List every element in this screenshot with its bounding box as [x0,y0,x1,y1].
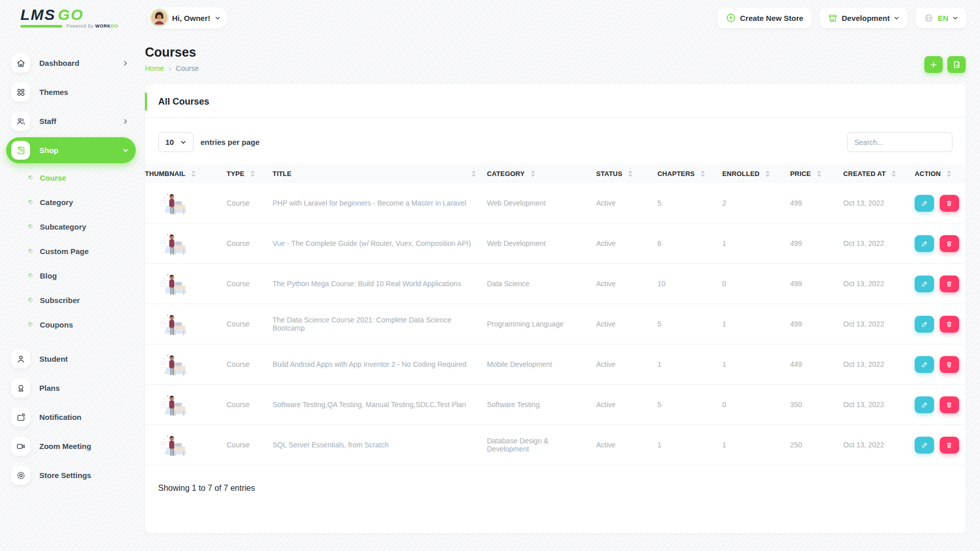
sidebar-item-plans[interactable]: Plans [6,375,136,401]
sort-icon[interactable] [766,170,770,177]
cell-type: Course [227,344,273,385]
trash-icon [945,441,953,449]
trash-icon [945,361,953,368]
cell-category: Software Testing [487,385,596,425]
cell-thumbnail [145,385,227,425]
search-input[interactable] [847,132,952,152]
edit-button[interactable] [915,316,934,333]
sidebar-item-store-settings[interactable]: Store Settings [6,462,136,488]
cell-type: Course [227,264,273,304]
sidebar-item-staff[interactable]: Staff [6,108,136,134]
column-header[interactable]: ENROLLED [722,164,790,183]
sort-icon[interactable] [817,170,821,177]
sidebar-subitem[interactable]: Custom Page [29,244,136,258]
course-thumbnail [158,392,192,417]
sidebar-subitem[interactable]: Course [29,170,136,185]
sidebar-item-student[interactable]: Student [6,346,136,372]
column-header[interactable]: CATEGORY [487,164,596,183]
cell-category: Database Design & Development [487,425,596,465]
column-header[interactable]: THUMBNAIL [145,164,227,183]
sidebar-subitem[interactable]: Coupons [29,317,136,332]
cell-status: Active [596,264,657,304]
column-header[interactable]: ACTION [915,164,966,183]
delete-button[interactable] [940,396,959,413]
sort-icon[interactable] [701,170,705,177]
create-store-button[interactable]: Create New Store [718,8,812,28]
bullet-icon [28,174,33,180]
trash-icon [945,199,953,207]
sort-icon[interactable] [191,170,195,177]
cell-status: Active [596,304,657,344]
column-header[interactable]: TITLE [273,164,487,183]
sidebar-item-zoom-meeting[interactable]: Zoom Meeting [6,433,136,459]
delete-button[interactable] [940,235,959,252]
cell-action [915,223,966,264]
cell-category: Data Science [487,264,596,304]
cell-title: Vue - The Complete Guide (w/ Router, Vue… [273,223,487,264]
card-title: All Courses [158,96,952,107]
sidebar: Dashboard Themes Staff Shop Course Categ… [0,36,145,551]
edit-button[interactable] [915,356,934,373]
sidebar-subitem[interactable]: Subscriber [29,293,136,307]
column-header[interactable]: CHAPTERS [657,164,722,183]
language-switcher[interactable]: EN [916,8,966,28]
delete-button[interactable] [940,437,959,454]
cell-price: 499 [790,183,843,223]
column-header[interactable]: PRICE [790,164,843,183]
store-icon [828,13,838,23]
user-menu[interactable]: Hi, Owner! [148,7,228,29]
cell-chapters: 5 [657,304,722,344]
cell-created-at: Oct 13, 2022 [843,223,915,264]
cell-enrolled: 1 [722,344,790,385]
sidebar-subitem[interactable]: Blog [29,268,136,283]
column-header[interactable]: STATUS [596,164,657,183]
top-header: LMSGO Powered By WORKDO Hi, Owner! Creat… [0,0,980,36]
edit-button[interactable] [915,195,934,212]
edit-button[interactable] [915,437,934,454]
sidebar-item-shop[interactable]: Shop [6,137,136,163]
add-course-button[interactable] [924,56,943,73]
table-row: Course Vue - The Complete Guide (w/ Rout… [145,223,966,264]
cell-status: Active [596,425,657,465]
sort-icon[interactable] [531,170,535,177]
sort-icon[interactable] [472,170,476,177]
brand-logo: LMSGO Powered By WORKDO [20,7,148,29]
sort-icon[interactable] [628,170,632,177]
table-row: Course Build Android Apps with App Inven… [145,344,966,385]
sidebar-subitem[interactable]: Category [29,195,136,209]
entries-per-page-select[interactable]: 10 [158,132,193,152]
sort-icon[interactable] [251,170,255,177]
edit-pencil-icon [921,280,928,288]
sort-icon[interactable] [892,170,896,177]
entries-per-page-label: entries per page [201,138,260,146]
trash-icon [945,320,953,328]
sidebar-subitem[interactable]: Subcategory [29,219,136,234]
breadcrumb-home-link[interactable]: Home [145,64,164,72]
store-switcher[interactable]: Development [820,8,908,28]
plus-circle-icon [726,13,736,23]
edit-button[interactable] [915,235,934,252]
column-header[interactable]: TYPE [227,164,273,183]
export-button[interactable] [947,56,966,73]
course-thumbnail [158,311,192,337]
chevron-down-icon [180,139,186,145]
edit-button[interactable] [915,396,934,413]
export-icon [952,60,961,69]
sidebar-item-notification[interactable]: Notification [6,404,136,430]
cell-status: Active [596,223,657,264]
cell-category: Mobile Development [487,344,596,385]
cell-created-at: Oct 13, 2022 [843,304,915,344]
delete-button[interactable] [940,316,959,333]
cell-enrolled: 1 [722,223,790,264]
delete-button[interactable] [940,356,959,373]
sidebar-item-dashboard[interactable]: Dashboard [6,50,136,76]
sort-icon[interactable] [947,170,951,177]
delete-button[interactable] [940,276,959,292]
cell-chapters: 6 [657,223,722,264]
cell-enrolled: 1 [722,425,790,465]
delete-button[interactable] [940,195,959,212]
sidebar-item-themes[interactable]: Themes [6,79,136,105]
cell-type: Course [227,304,273,344]
column-header[interactable]: CREATED AT [843,164,915,183]
edit-button[interactable] [915,276,934,292]
